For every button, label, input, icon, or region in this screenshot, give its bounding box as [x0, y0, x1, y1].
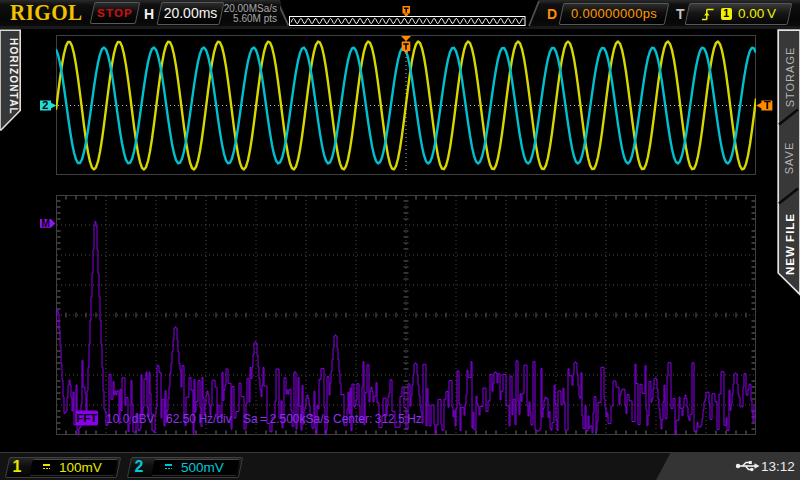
svg-text:62.50 Hz/div: 62.50 Hz/div: [166, 412, 232, 426]
svg-text:2: 2: [42, 99, 48, 111]
svg-text:T: T: [764, 99, 771, 111]
svg-text:Center: 312.5 Hz: Center: 312.5 Hz: [333, 412, 422, 426]
svg-text:FFT: FFT: [76, 412, 97, 424]
svg-text:M: M: [41, 218, 49, 229]
svg-text:Sa = 2.500kSa/s: Sa = 2.500kSa/s: [243, 412, 330, 426]
svg-text:10.0 dBV: 10.0 dBV: [106, 412, 154, 426]
